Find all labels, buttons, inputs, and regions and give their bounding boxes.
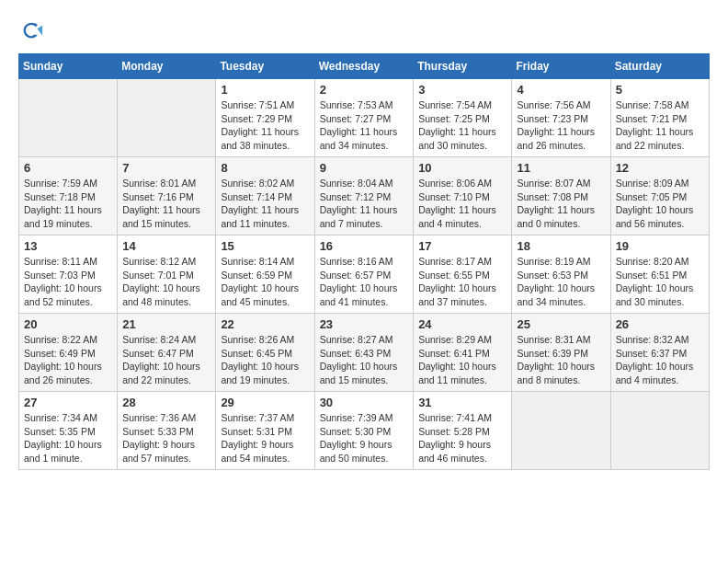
day-number: 11 [517,161,605,175]
day-number: 21 [122,317,210,331]
calendar-cell: 1Sunrise: 7:51 AM Sunset: 7:29 PM Daylig… [216,79,314,157]
day-number: 28 [122,396,210,409]
day-info: Sunrise: 7:34 AM Sunset: 5:35 PM Dayligh… [24,411,112,465]
day-info: Sunrise: 8:24 AM Sunset: 6:47 PM Dayligh… [122,333,210,387]
calendar-cell: 16Sunrise: 8:16 AM Sunset: 6:57 PM Dayli… [314,236,414,314]
day-info: Sunrise: 8:20 AM Sunset: 6:51 PM Dayligh… [616,255,704,309]
calendar-cell: 4Sunrise: 7:56 AM Sunset: 7:23 PM Daylig… [512,79,610,157]
calendar-cell: 3Sunrise: 7:54 AM Sunset: 7:25 PM Daylig… [414,79,512,157]
day-number: 17 [418,239,506,253]
calendar-header-row: Sunday Monday Tuesday Wednesday Thursday… [19,54,710,79]
day-info: Sunrise: 7:37 AM Sunset: 5:31 PM Dayligh… [221,411,309,465]
day-number: 20 [24,317,112,331]
logo [18,18,48,44]
calendar-cell [610,392,709,470]
day-number: 27 [24,396,112,409]
day-number: 14 [122,239,210,253]
calendar-cell [118,79,216,157]
day-number: 23 [320,317,409,331]
day-number: 12 [616,161,704,175]
calendar-cell: 6Sunrise: 7:59 AM Sunset: 7:18 PM Daylig… [19,157,118,236]
day-info: Sunrise: 8:31 AM Sunset: 6:39 PM Dayligh… [517,333,605,387]
day-number: 4 [517,83,605,97]
day-number: 19 [616,239,704,253]
calendar-cell: 9Sunrise: 8:04 AM Sunset: 7:12 PM Daylig… [314,157,414,236]
calendar-cell [512,392,610,470]
day-number: 9 [320,161,409,175]
day-number: 18 [517,239,605,253]
calendar-cell: 25Sunrise: 8:31 AM Sunset: 6:39 PM Dayli… [512,314,610,392]
day-info: Sunrise: 8:29 AM Sunset: 6:41 PM Dayligh… [418,333,506,387]
day-info: Sunrise: 8:16 AM Sunset: 6:57 PM Dayligh… [320,255,409,309]
calendar-cell: 20Sunrise: 8:22 AM Sunset: 6:49 PM Dayli… [19,314,118,392]
day-number: 7 [122,161,210,175]
day-info: Sunrise: 8:09 AM Sunset: 7:05 PM Dayligh… [616,177,704,231]
calendar-cell: 23Sunrise: 8:27 AM Sunset: 6:43 PM Dayli… [314,314,414,392]
day-number: 2 [320,83,409,97]
day-number: 26 [616,317,704,331]
day-number: 5 [616,83,704,97]
calendar-cell: 11Sunrise: 8:07 AM Sunset: 7:08 PM Dayli… [512,157,610,236]
day-info: Sunrise: 8:04 AM Sunset: 7:12 PM Dayligh… [320,177,409,231]
page-header [18,18,710,44]
day-info: Sunrise: 8:07 AM Sunset: 7:08 PM Dayligh… [517,177,605,231]
day-number: 3 [418,83,506,97]
header-saturday: Saturday [610,54,709,79]
day-info: Sunrise: 7:54 AM Sunset: 7:25 PM Dayligh… [418,98,506,153]
day-number: 25 [517,317,605,331]
day-number: 6 [24,161,112,175]
day-number: 29 [221,396,309,409]
calendar-cell: 17Sunrise: 8:17 AM Sunset: 6:55 PM Dayli… [414,236,512,314]
logo-icon [18,18,44,44]
day-info: Sunrise: 7:53 AM Sunset: 7:27 PM Dayligh… [320,98,409,153]
calendar-cell: 5Sunrise: 7:58 AM Sunset: 7:21 PM Daylig… [610,79,709,157]
day-number: 8 [221,161,309,175]
calendar-cell: 30Sunrise: 7:39 AM Sunset: 5:30 PM Dayli… [314,392,414,470]
day-number: 22 [221,317,309,331]
calendar-cell: 29Sunrise: 7:37 AM Sunset: 5:31 PM Dayli… [216,392,314,470]
day-info: Sunrise: 7:59 AM Sunset: 7:18 PM Dayligh… [24,177,112,231]
calendar-cell: 13Sunrise: 8:11 AM Sunset: 7:03 PM Dayli… [19,236,118,314]
day-info: Sunrise: 7:56 AM Sunset: 7:23 PM Dayligh… [517,98,605,153]
day-number: 15 [221,239,309,253]
day-number: 1 [221,83,309,97]
calendar-cell: 14Sunrise: 8:12 AM Sunset: 7:01 PM Dayli… [118,236,216,314]
day-info: Sunrise: 8:26 AM Sunset: 6:45 PM Dayligh… [221,333,309,387]
calendar-week-3: 13Sunrise: 8:11 AM Sunset: 7:03 PM Dayli… [19,236,710,314]
calendar-cell: 24Sunrise: 8:29 AM Sunset: 6:41 PM Dayli… [414,314,512,392]
header-tuesday: Tuesday [216,54,314,79]
day-number: 31 [418,396,506,409]
calendar-week-4: 20Sunrise: 8:22 AM Sunset: 6:49 PM Dayli… [19,314,710,392]
day-number: 30 [320,396,409,409]
day-info: Sunrise: 7:36 AM Sunset: 5:33 PM Dayligh… [122,411,210,465]
day-info: Sunrise: 7:58 AM Sunset: 7:21 PM Dayligh… [616,98,704,153]
header-thursday: Thursday [414,54,512,79]
day-info: Sunrise: 8:27 AM Sunset: 6:43 PM Dayligh… [320,333,409,387]
day-info: Sunrise: 7:41 AM Sunset: 5:28 PM Dayligh… [418,411,506,465]
day-number: 24 [418,317,506,331]
calendar-cell: 7Sunrise: 8:01 AM Sunset: 7:16 PM Daylig… [118,157,216,236]
calendar-week-5: 27Sunrise: 7:34 AM Sunset: 5:35 PM Dayli… [19,392,710,470]
day-info: Sunrise: 8:22 AM Sunset: 6:49 PM Dayligh… [24,333,112,387]
calendar-cell: 8Sunrise: 8:02 AM Sunset: 7:14 PM Daylig… [216,157,314,236]
calendar-cell: 31Sunrise: 7:41 AM Sunset: 5:28 PM Dayli… [414,392,512,470]
day-number: 16 [320,239,409,253]
calendar-cell: 10Sunrise: 8:06 AM Sunset: 7:10 PM Dayli… [414,157,512,236]
day-info: Sunrise: 8:11 AM Sunset: 7:03 PM Dayligh… [24,255,112,309]
calendar-week-2: 6Sunrise: 7:59 AM Sunset: 7:18 PM Daylig… [19,157,710,236]
day-info: Sunrise: 8:14 AM Sunset: 6:59 PM Dayligh… [221,255,309,309]
calendar-cell: 12Sunrise: 8:09 AM Sunset: 7:05 PM Dayli… [610,157,709,236]
calendar-cell: 18Sunrise: 8:19 AM Sunset: 6:53 PM Dayli… [512,236,610,314]
day-info: Sunrise: 8:06 AM Sunset: 7:10 PM Dayligh… [418,177,506,231]
calendar-week-1: 1Sunrise: 7:51 AM Sunset: 7:29 PM Daylig… [19,79,710,157]
calendar-cell: 2Sunrise: 7:53 AM Sunset: 7:27 PM Daylig… [314,79,414,157]
day-info: Sunrise: 8:17 AM Sunset: 6:55 PM Dayligh… [418,255,506,309]
calendar-cell: 27Sunrise: 7:34 AM Sunset: 5:35 PM Dayli… [19,392,118,470]
header-sunday: Sunday [19,54,118,79]
header-monday: Monday [118,54,216,79]
day-info: Sunrise: 8:02 AM Sunset: 7:14 PM Dayligh… [221,177,309,231]
calendar-cell [19,79,118,157]
calendar-cell: 28Sunrise: 7:36 AM Sunset: 5:33 PM Dayli… [118,392,216,470]
day-number: 13 [24,239,112,253]
day-info: Sunrise: 7:51 AM Sunset: 7:29 PM Dayligh… [221,98,309,153]
